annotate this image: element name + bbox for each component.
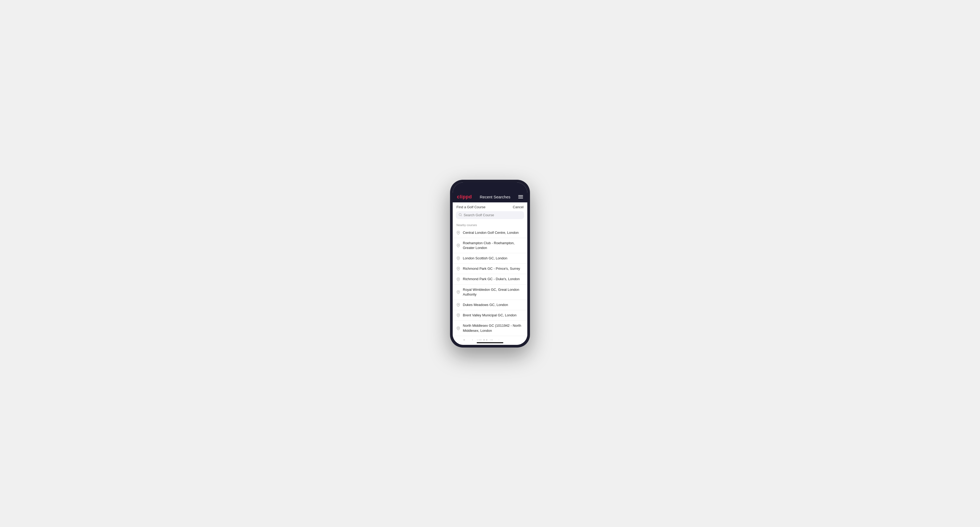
list-item[interactable]: Central London Golf Centre, London xyxy=(453,228,527,238)
list-item[interactable]: North Middlesex GC (1011942 - North Midd… xyxy=(453,321,527,336)
pin-icon xyxy=(457,303,460,307)
course-name: Dukes Meadows GC, London xyxy=(463,303,508,307)
list-item[interactable]: Dukes Meadows GC, London xyxy=(453,300,527,310)
course-name: Central London Golf Centre, London xyxy=(463,230,519,235)
search-icon xyxy=(458,213,462,217)
list-item[interactable]: Coombe Hill GC, Kingston upon Thames xyxy=(453,336,527,340)
svg-point-7 xyxy=(458,291,459,292)
pin-icon xyxy=(457,313,460,317)
pin-icon xyxy=(457,327,460,330)
notch-area xyxy=(453,183,527,192)
app-header: clippd Recent Searches xyxy=(453,192,527,202)
pin-icon xyxy=(457,290,460,294)
home-indicator xyxy=(453,340,527,345)
course-name: Brent Valley Municipal GC, London xyxy=(463,313,516,318)
pin-icon xyxy=(457,267,460,271)
pin-icon xyxy=(457,244,460,248)
search-wrapper xyxy=(453,211,527,222)
home-bar xyxy=(477,342,503,343)
app-content: Find a Golf Course Cancel Nearby courses xyxy=(453,202,527,340)
hamburger-menu-icon[interactable] xyxy=(518,195,523,198)
svg-point-8 xyxy=(458,304,459,305)
pin-icon xyxy=(457,231,460,235)
list-item[interactable]: Brent Valley Municipal GC, London xyxy=(453,310,527,321)
cancel-button[interactable]: Cancel xyxy=(513,205,523,209)
app-logo: clippd xyxy=(457,194,472,200)
svg-point-6 xyxy=(458,279,459,279)
svg-line-1 xyxy=(461,216,461,216)
svg-point-3 xyxy=(458,245,459,246)
pin-icon xyxy=(457,278,460,281)
course-name: Richmond Park GC - Prince's, Surrey xyxy=(463,266,520,271)
course-name: Royal Wimbledon GC, Great London Authori… xyxy=(463,287,523,297)
hamburger-line-3 xyxy=(518,198,523,198)
notch xyxy=(478,184,502,190)
hamburger-line-2 xyxy=(518,197,523,197)
list-item[interactable]: Richmond Park GC - Duke's, London xyxy=(453,274,527,284)
pin-icon xyxy=(457,256,460,260)
course-list: Central London Golf Centre, London Roeha… xyxy=(453,228,527,340)
list-item[interactable]: Royal Wimbledon GC, Great London Authori… xyxy=(453,285,527,300)
find-label: Find a Golf Course xyxy=(457,205,485,209)
svg-point-9 xyxy=(458,314,459,316)
find-bar: Find a Golf Course Cancel xyxy=(453,202,527,211)
list-item[interactable]: London Scottish GC, London xyxy=(453,253,527,264)
search-input[interactable] xyxy=(464,213,522,217)
svg-point-10 xyxy=(458,327,459,329)
list-item[interactable]: Roehampton Club - Roehampton, Greater Lo… xyxy=(453,238,527,253)
svg-point-2 xyxy=(458,232,459,233)
svg-point-5 xyxy=(458,268,459,269)
hamburger-line-1 xyxy=(518,195,523,196)
course-name: London Scottish GC, London xyxy=(463,256,508,261)
nearby-section-label: Nearby courses xyxy=(453,222,527,228)
svg-point-4 xyxy=(458,257,459,259)
search-box xyxy=(456,211,524,219)
course-name: North Middlesex GC (1011942 - North Midd… xyxy=(463,323,523,333)
list-item[interactable]: Richmond Park GC - Prince's, Surrey xyxy=(453,264,527,274)
course-name: Richmond Park GC - Duke's, London xyxy=(463,277,520,281)
phone-frame: clippd Recent Searches Find a Golf Cours… xyxy=(450,180,530,348)
course-name: Roehampton Club - Roehampton, Greater Lo… xyxy=(463,241,523,250)
header-title: Recent Searches xyxy=(480,195,510,199)
phone-screen: clippd Recent Searches Find a Golf Cours… xyxy=(453,183,527,345)
